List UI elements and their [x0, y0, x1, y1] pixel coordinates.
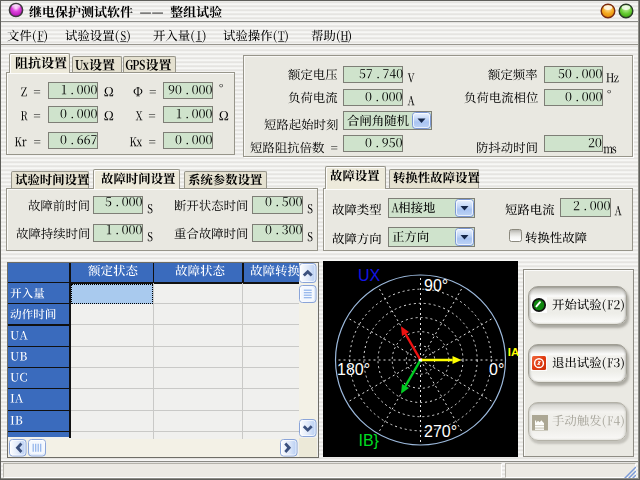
svg-text:180°: 180°: [337, 361, 370, 378]
svg-text:UX: UX: [358, 267, 381, 284]
svg-text:0°: 0°: [489, 361, 504, 378]
svg-text:IA: IA: [508, 346, 520, 358]
svg-text:270°: 270°: [424, 423, 457, 440]
svg-text:90°: 90°: [424, 277, 448, 294]
svg-text:IB}: IB}: [359, 432, 380, 449]
